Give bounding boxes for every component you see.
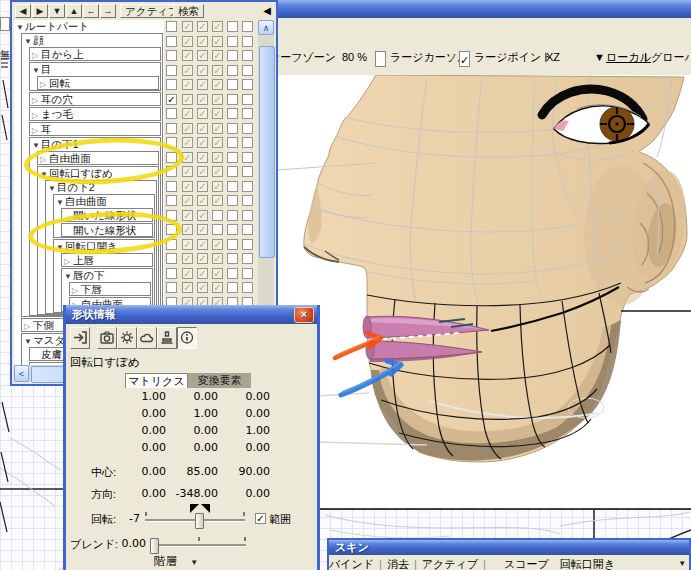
visibility-checkbox[interactable]: ✓ <box>182 253 193 264</box>
visibility-checkbox[interactable]: ✓ <box>197 65 208 76</box>
tree-item-上唇[interactable]: ▷上唇 <box>62 254 152 266</box>
visibility-checkbox[interactable]: ✓ <box>197 253 208 264</box>
visibility-checkbox[interactable]: ✓ <box>212 282 223 293</box>
visibility-checkbox[interactable] <box>242 152 253 163</box>
visibility-checkbox[interactable]: ✓ <box>212 166 223 177</box>
triangle-open-icon[interactable]: ▼ <box>48 183 57 193</box>
visibility-checkbox[interactable] <box>242 108 253 119</box>
matrix-cell[interactable]: 0.00 <box>114 441 166 454</box>
matrix-cell[interactable]: 0.00 <box>166 390 218 403</box>
visibility-checkbox[interactable]: ✓ <box>197 79 208 90</box>
visibility-checkbox[interactable]: ✓ <box>212 268 223 279</box>
matrix-cell[interactable]: 1.00 <box>218 424 270 437</box>
visibility-checkbox[interactable] <box>227 253 238 264</box>
visibility-checkbox[interactable]: ✓ <box>197 210 208 221</box>
visibility-checkbox[interactable] <box>242 36 253 47</box>
visibility-checkbox[interactable]: ✓ <box>197 239 208 250</box>
matrix-cell[interactable]: 0.00 <box>218 407 270 420</box>
visibility-checkbox[interactable]: ✓ <box>182 224 193 235</box>
visibility-checkbox[interactable] <box>212 210 223 221</box>
matrix-cell[interactable]: 0.00 <box>218 441 270 454</box>
triangle-open-icon[interactable]: ▼ <box>64 271 73 281</box>
visibility-checkbox[interactable]: ✓ <box>182 108 193 119</box>
global-button[interactable]: グローバル <box>651 49 691 65</box>
tree-nav-5-icon[interactable]: → <box>100 4 116 18</box>
triangle-open-icon[interactable]: ▼ <box>24 36 33 46</box>
gear-icon[interactable] <box>117 327 137 349</box>
skin-button-2[interactable]: アクティブ <box>422 558 478 570</box>
visibility-checkbox[interactable] <box>242 181 253 192</box>
visibility-checkbox[interactable] <box>227 210 238 221</box>
visibility-checkbox[interactable]: ✓ <box>197 166 208 177</box>
skin-button-0[interactable]: バインド <box>329 558 374 570</box>
visibility-checkbox[interactable]: ✓ <box>197 50 208 61</box>
matrix-cell[interactable]: 0.00 <box>218 390 270 403</box>
matrix-cell[interactable]: 1.00 <box>114 390 166 403</box>
scope-dropdown-icon[interactable]: ▼ <box>678 559 686 568</box>
visibility-checkbox[interactable] <box>227 268 238 279</box>
axis-select[interactable]: XZ <box>546 49 560 65</box>
blend-slider[interactable] <box>150 544 246 547</box>
camera-icon[interactable] <box>97 327 117 349</box>
visibility-checkbox[interactable]: ✓ <box>212 137 223 148</box>
matrix-cell[interactable]: 0.00 <box>114 407 166 420</box>
vector-cell[interactable]: 0.00 <box>218 487 270 500</box>
matrix-cell[interactable]: 0.00 <box>166 441 218 454</box>
visibility-checkbox[interactable]: ✓ <box>197 36 208 47</box>
visibility-checkbox[interactable]: ✓ <box>197 21 208 32</box>
visibility-checkbox[interactable]: ✓ <box>197 181 208 192</box>
vector-cell[interactable]: 85.00 <box>166 465 218 478</box>
visibility-checkbox[interactable]: ✓ <box>197 282 208 293</box>
visibility-checkbox[interactable] <box>227 137 238 148</box>
visibility-checkbox[interactable]: ✓ <box>182 239 193 250</box>
visibility-checkbox[interactable] <box>166 79 177 90</box>
stamp-icon[interactable] <box>157 327 177 349</box>
tree-item-まつ毛[interactable]: ▷まつ毛 <box>30 108 160 120</box>
tree-item-目から上[interactable]: ▷目から上 <box>30 48 160 60</box>
matrix-cell[interactable]: 1.00 <box>166 407 218 420</box>
tree-item-唇の下[interactable]: ▼唇の下 <box>62 269 152 281</box>
tree-item-耳の穴[interactable]: ▷耳の穴 <box>30 93 160 105</box>
visibility-checkbox[interactable] <box>227 21 238 32</box>
visibility-checkbox[interactable]: ✓ <box>197 123 208 134</box>
scope-value[interactable]: 回転口開き <box>560 558 615 570</box>
visibility-checkbox[interactable]: ✓ <box>182 50 193 61</box>
triangle-closed-icon[interactable]: ▷ <box>24 321 33 331</box>
triangle-closed-icon[interactable]: ▷ <box>32 110 41 120</box>
triangle-closed-icon[interactable]: ▷ <box>32 95 41 105</box>
visibility-checkbox[interactable] <box>166 65 177 76</box>
visibility-checkbox[interactable] <box>166 36 177 47</box>
cloud-icon[interactable] <box>137 327 157 349</box>
tree-item-耳[interactable]: ▷耳 <box>30 123 160 135</box>
visibility-checkbox[interactable]: ✓ <box>182 137 193 148</box>
visibility-checkbox[interactable] <box>242 79 253 90</box>
tree-nav-0-icon[interactable]: ◀ <box>15 4 31 18</box>
visibility-checkbox[interactable]: ✓ <box>212 36 223 47</box>
large-cursor-checkbox[interactable] <box>375 51 386 67</box>
visibility-checkbox[interactable] <box>227 36 238 47</box>
axis-dropdown-icon[interactable]: ▼ <box>594 49 605 65</box>
visibility-checkbox[interactable] <box>166 108 177 119</box>
vector-cell[interactable]: 0.00 <box>114 465 166 478</box>
triangle-closed-icon[interactable]: ▷ <box>32 50 41 60</box>
visibility-checkbox[interactable]: ✓ <box>182 166 193 177</box>
tab-transform[interactable]: 変換要素 <box>188 373 251 388</box>
visibility-checkbox[interactable] <box>242 253 253 264</box>
tree-item-下唇[interactable]: ▷下唇 <box>70 283 150 295</box>
visibility-checkbox[interactable]: ✓ <box>182 94 193 105</box>
viewport-canvas[interactable] <box>277 75 691 508</box>
tree-item-顔[interactable]: ▼顔 <box>22 34 162 46</box>
search-button[interactable]: 検索 <box>173 4 204 18</box>
visibility-checkbox[interactable]: ✓ <box>182 21 193 32</box>
visibility-checkbox[interactable] <box>166 253 177 264</box>
visibility-checkbox[interactable] <box>227 239 238 250</box>
visibility-checkbox[interactable]: ✓ <box>182 79 193 90</box>
visibility-checkbox[interactable]: ✓ <box>212 65 223 76</box>
visibility-checkbox[interactable]: ✓ <box>212 239 223 250</box>
visibility-checkbox[interactable] <box>242 195 253 206</box>
visibility-checkbox[interactable] <box>227 108 238 119</box>
visibility-checkbox[interactable] <box>242 268 253 279</box>
exit-icon[interactable] <box>70 327 90 349</box>
visibility-checkbox[interactable] <box>227 50 238 61</box>
visibility-checkbox[interactable] <box>166 123 177 134</box>
